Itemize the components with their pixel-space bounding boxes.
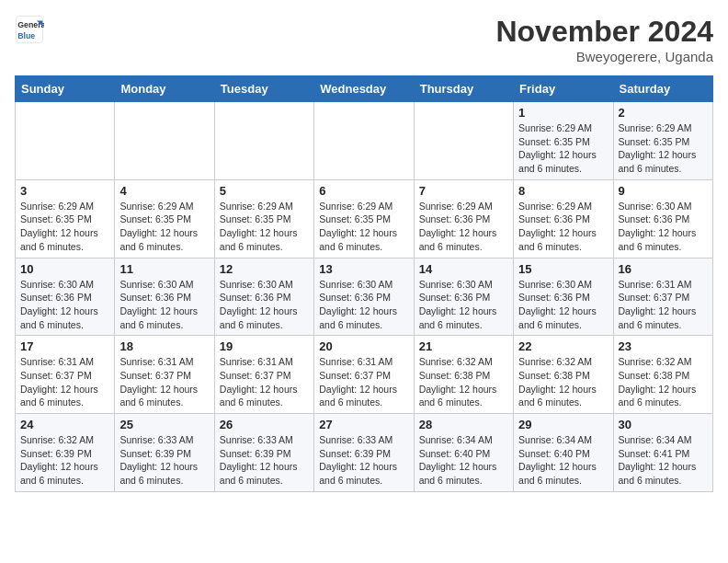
day-detail: Sunrise: 6:32 AM Sunset: 6:39 PM Dayligh… [20,433,109,488]
day-cell: 26Sunrise: 6:33 AM Sunset: 6:39 PM Dayli… [214,414,313,492]
day-cell: 28Sunrise: 6:34 AM Sunset: 6:40 PM Dayli… [414,414,513,492]
svg-text:Blue: Blue [17,31,35,40]
day-number: 16 [619,262,708,276]
day-number: 4 [119,184,209,198]
day-detail: Sunrise: 6:33 AM Sunset: 6:39 PM Dayligh… [220,433,309,488]
week-row-4: 17Sunrise: 6:31 AM Sunset: 6:37 PM Dayli… [16,336,713,414]
day-number: 27 [319,418,408,431]
day-number: 8 [518,184,608,198]
day-detail: Sunrise: 6:29 AM Sunset: 6:36 PM Dayligh… [518,200,608,254]
day-cell: 17Sunrise: 6:31 AM Sunset: 6:37 PM Dayli… [16,336,115,414]
day-detail: Sunrise: 6:29 AM Sunset: 6:36 PM Dayligh… [419,200,508,254]
day-detail: Sunrise: 6:30 AM Sunset: 6:36 PM Dayligh… [220,278,309,332]
day-cell: 15Sunrise: 6:30 AM Sunset: 6:36 PM Dayli… [514,258,613,336]
day-cell: 20Sunrise: 6:31 AM Sunset: 6:37 PM Dayli… [314,336,414,414]
day-detail: Sunrise: 6:29 AM Sunset: 6:35 PM Dayligh… [518,121,608,176]
day-cell: 11Sunrise: 6:30 AM Sunset: 6:36 PM Dayli… [115,258,214,336]
day-number: 17 [20,339,109,353]
day-number: 21 [419,339,508,353]
day-cell: 8Sunrise: 6:29 AM Sunset: 6:36 PM Daylig… [514,179,613,258]
day-cell: 13Sunrise: 6:30 AM Sunset: 6:36 PM Dayli… [314,258,414,336]
col-header-friday: Friday [514,76,613,102]
day-detail: Sunrise: 6:29 AM Sunset: 6:35 PM Dayligh… [119,200,209,254]
day-cell: 18Sunrise: 6:31 AM Sunset: 6:37 PM Dayli… [115,336,214,414]
day-number: 5 [220,184,309,198]
logo: General Blue [15,15,44,44]
day-detail: Sunrise: 6:29 AM Sunset: 6:35 PM Dayligh… [619,121,708,176]
day-cell: 1Sunrise: 6:29 AM Sunset: 6:35 PM Daylig… [514,102,613,180]
day-cell: 14Sunrise: 6:30 AM Sunset: 6:36 PM Dayli… [414,258,513,336]
day-cell: 30Sunrise: 6:34 AM Sunset: 6:41 PM Dayli… [613,414,712,492]
day-number: 23 [619,339,708,353]
week-row-2: 3Sunrise: 6:29 AM Sunset: 6:35 PM Daylig… [16,179,713,258]
day-cell [115,102,214,180]
week-row-3: 10Sunrise: 6:30 AM Sunset: 6:36 PM Dayli… [16,258,713,336]
day-cell: 10Sunrise: 6:30 AM Sunset: 6:36 PM Dayli… [16,258,115,336]
day-cell: 6Sunrise: 6:29 AM Sunset: 6:35 PM Daylig… [314,179,414,258]
day-detail: Sunrise: 6:33 AM Sunset: 6:39 PM Dayligh… [319,433,408,488]
header-row: SundayMondayTuesdayWednesdayThursdayFrid… [16,76,713,102]
day-detail: Sunrise: 6:30 AM Sunset: 6:36 PM Dayligh… [319,278,408,332]
day-number: 2 [619,106,708,120]
day-cell [314,102,414,180]
day-detail: Sunrise: 6:30 AM Sunset: 6:36 PM Dayligh… [20,278,109,332]
calendar-table: SundayMondayTuesdayWednesdayThursdayFrid… [15,75,713,492]
day-number: 7 [419,184,508,198]
day-cell: 27Sunrise: 6:33 AM Sunset: 6:39 PM Dayli… [314,414,414,492]
day-number: 10 [20,262,109,276]
day-detail: Sunrise: 6:34 AM Sunset: 6:40 PM Dayligh… [518,433,608,488]
col-header-monday: Monday [115,76,214,102]
day-number: 22 [518,339,608,353]
day-detail: Sunrise: 6:32 AM Sunset: 6:38 PM Dayligh… [619,355,708,409]
day-detail: Sunrise: 6:30 AM Sunset: 6:36 PM Dayligh… [619,200,708,254]
day-detail: Sunrise: 6:32 AM Sunset: 6:38 PM Dayligh… [419,355,508,409]
day-number: 1 [518,106,608,120]
day-cell: 12Sunrise: 6:30 AM Sunset: 6:36 PM Dayli… [214,258,313,336]
day-detail: Sunrise: 6:34 AM Sunset: 6:41 PM Dayligh… [619,433,708,488]
month-title: November 2024 [495,15,713,49]
day-detail: Sunrise: 6:31 AM Sunset: 6:37 PM Dayligh… [119,355,209,409]
location: Bweyogerere, Uganda [495,49,713,64]
day-number: 29 [518,418,608,431]
col-header-thursday: Thursday [414,76,513,102]
col-header-tuesday: Tuesday [214,76,313,102]
day-cell: 3Sunrise: 6:29 AM Sunset: 6:35 PM Daylig… [16,179,115,258]
day-number: 12 [220,262,309,276]
title-area: November 2024 Bweyogerere, Uganda [495,15,713,64]
day-number: 24 [20,418,109,431]
day-cell: 25Sunrise: 6:33 AM Sunset: 6:39 PM Dayli… [115,414,214,492]
day-cell: 2Sunrise: 6:29 AM Sunset: 6:35 PM Daylig… [613,102,712,180]
col-header-wednesday: Wednesday [314,76,414,102]
col-header-sunday: Sunday [16,76,115,102]
day-number: 30 [619,418,708,431]
day-number: 13 [319,262,408,276]
day-detail: Sunrise: 6:32 AM Sunset: 6:38 PM Dayligh… [518,355,608,409]
day-detail: Sunrise: 6:29 AM Sunset: 6:35 PM Dayligh… [220,200,309,254]
day-cell: 19Sunrise: 6:31 AM Sunset: 6:37 PM Dayli… [214,336,313,414]
day-detail: Sunrise: 6:30 AM Sunset: 6:36 PM Dayligh… [518,278,608,332]
day-detail: Sunrise: 6:29 AM Sunset: 6:35 PM Dayligh… [319,200,408,254]
day-detail: Sunrise: 6:34 AM Sunset: 6:40 PM Dayligh… [419,433,508,488]
day-detail: Sunrise: 6:29 AM Sunset: 6:35 PM Dayligh… [20,200,109,254]
day-number: 11 [119,262,209,276]
day-cell: 9Sunrise: 6:30 AM Sunset: 6:36 PM Daylig… [613,179,712,258]
week-row-1: 1Sunrise: 6:29 AM Sunset: 6:35 PM Daylig… [16,102,713,180]
day-cell [414,102,513,180]
day-number: 14 [419,262,508,276]
day-number: 3 [20,184,109,198]
logo-icon: General Blue [15,15,44,44]
day-cell: 22Sunrise: 6:32 AM Sunset: 6:38 PM Dayli… [514,336,613,414]
day-number: 6 [319,184,408,198]
day-cell: 24Sunrise: 6:32 AM Sunset: 6:39 PM Dayli… [16,414,115,492]
day-detail: Sunrise: 6:31 AM Sunset: 6:37 PM Dayligh… [619,278,708,332]
day-cell [214,102,313,180]
day-cell: 5Sunrise: 6:29 AM Sunset: 6:35 PM Daylig… [214,179,313,258]
day-detail: Sunrise: 6:30 AM Sunset: 6:36 PM Dayligh… [419,278,508,332]
day-detail: Sunrise: 6:31 AM Sunset: 6:37 PM Dayligh… [319,355,408,409]
day-cell: 7Sunrise: 6:29 AM Sunset: 6:36 PM Daylig… [414,179,513,258]
day-number: 15 [518,262,608,276]
day-detail: Sunrise: 6:31 AM Sunset: 6:37 PM Dayligh… [220,355,309,409]
day-number: 25 [119,418,209,431]
day-detail: Sunrise: 6:33 AM Sunset: 6:39 PM Dayligh… [119,433,209,488]
day-detail: Sunrise: 6:31 AM Sunset: 6:37 PM Dayligh… [20,355,109,409]
